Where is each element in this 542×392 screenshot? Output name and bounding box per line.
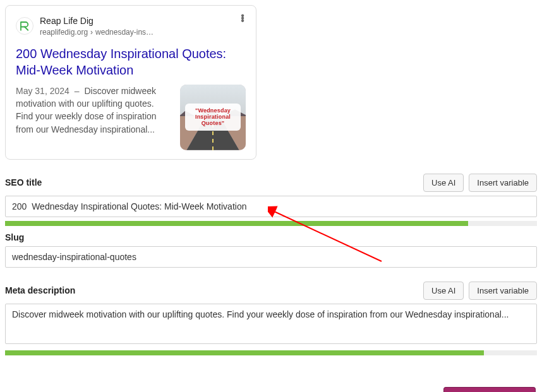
meta-description-input[interactable] bbox=[5, 304, 537, 344]
preview-title-link[interactable]: 200 Wednesday Inspirational Quotes: Mid-… bbox=[16, 45, 246, 78]
primary-cta-stub[interactable] bbox=[443, 387, 536, 392]
preview-header: Reap Life Dig reaplifedig.org›wednesday-… bbox=[16, 16, 246, 37]
seo-title-input[interactable] bbox=[5, 196, 537, 217]
slug-field: Slug bbox=[5, 232, 537, 268]
site-favicon bbox=[16, 17, 33, 35]
preview-url: reaplifedig.org›wednesday-ins… bbox=[40, 28, 246, 37]
meta-description-field: Meta description Use AI Insert variable bbox=[5, 282, 537, 355]
preview-path: wednesday-ins… bbox=[95, 28, 154, 37]
kebab-menu-icon[interactable]: ••• bbox=[237, 15, 248, 22]
preview-date: May 31, 2024 bbox=[16, 86, 69, 96]
seo-title-label: SEO title bbox=[5, 177, 42, 187]
thumbnail-caption: "Wednesday Inspirational Quotes" bbox=[185, 104, 241, 131]
slug-label: Slug bbox=[5, 232, 24, 242]
seo-title-insert-variable-button[interactable]: Insert variable bbox=[469, 174, 537, 192]
serp-preview-card: Reap Life Dig reaplifedig.org›wednesday-… bbox=[5, 5, 256, 160]
preview-snippet: May 31, 2024 – Discover midweek motivati… bbox=[16, 85, 171, 150]
seo-title-use-ai-button[interactable]: Use AI bbox=[423, 174, 464, 192]
meta-use-ai-button[interactable]: Use AI bbox=[423, 282, 464, 300]
preview-domain: reaplifedig.org bbox=[40, 28, 88, 37]
preview-thumbnail: "Wednesday Inspirational Quotes" bbox=[180, 85, 246, 150]
meta-description-label: Meta description bbox=[5, 285, 75, 295]
meta-description-progress bbox=[5, 350, 537, 355]
meta-insert-variable-button[interactable]: Insert variable bbox=[469, 282, 537, 300]
preview-site-name: Reap Life Dig bbox=[40, 16, 246, 27]
seo-title-progress bbox=[5, 221, 537, 226]
seo-title-field: SEO title Use AI Insert variable bbox=[5, 174, 537, 226]
slug-input[interactable] bbox=[5, 246, 537, 268]
